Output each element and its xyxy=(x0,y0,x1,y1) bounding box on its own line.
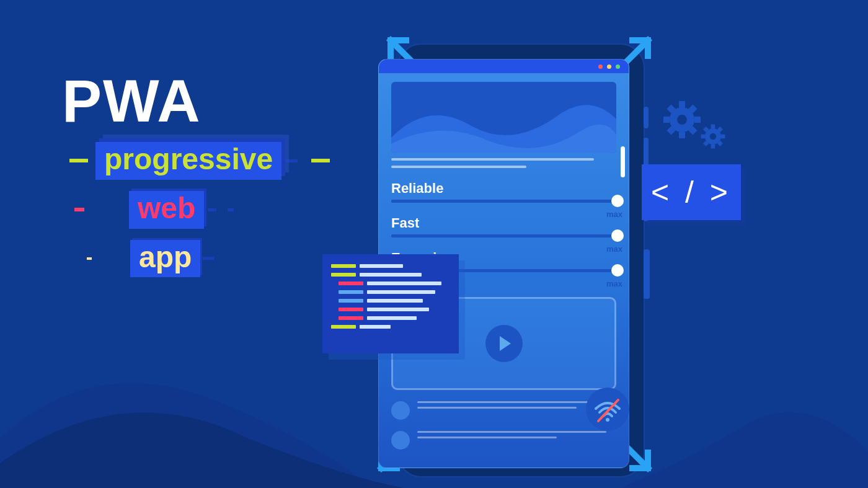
tag-row-app: app xyxy=(62,240,337,278)
dash-decor xyxy=(311,159,330,162)
list-avatar xyxy=(391,431,410,450)
svg-point-18 xyxy=(606,418,609,422)
gears-icon xyxy=(660,96,735,161)
dash-decor xyxy=(203,257,214,260)
wifi-offline-badge xyxy=(586,388,629,431)
headline-block: PWA progressive web app xyxy=(62,71,337,277)
svg-line-14 xyxy=(704,128,707,131)
play-icon xyxy=(500,336,511,351)
code-tag-badge: < / > xyxy=(642,164,741,220)
scrollbar-thumb[interactable] xyxy=(621,146,625,177)
phone-side-button xyxy=(644,249,650,299)
svg-line-15 xyxy=(719,142,722,145)
svg-line-6 xyxy=(691,128,695,133)
svg-line-7 xyxy=(669,128,673,133)
list-item xyxy=(391,431,616,450)
svg-line-16 xyxy=(704,142,707,145)
feature-label: Reliable xyxy=(391,180,616,197)
wifi-offline-icon xyxy=(592,394,623,425)
slider-handle[interactable] xyxy=(611,195,624,207)
hero-chart-card xyxy=(391,82,616,153)
dash-decor xyxy=(87,257,92,260)
dash-decor xyxy=(228,208,234,211)
window-min-dot xyxy=(607,64,611,69)
dash-decor xyxy=(285,159,298,162)
dash-decor xyxy=(74,208,84,211)
placeholder-line xyxy=(417,437,557,438)
svg-line-5 xyxy=(669,107,673,111)
feature-progress-bar xyxy=(391,234,616,237)
list-item xyxy=(391,401,616,420)
feature-progress-bar xyxy=(391,200,616,203)
svg-point-9 xyxy=(707,131,719,142)
code-snippet-panel xyxy=(322,254,459,353)
play-button[interactable] xyxy=(485,325,523,362)
placeholder-line xyxy=(391,166,526,168)
dash-decor xyxy=(208,208,216,211)
phone-side-button xyxy=(644,107,649,128)
feature-label: Fast xyxy=(391,215,616,231)
svg-line-17 xyxy=(719,128,722,131)
slider-handle[interactable] xyxy=(611,229,624,242)
dash-decor xyxy=(69,159,88,162)
svg-line-8 xyxy=(691,107,695,111)
tag-row-web: web xyxy=(62,191,337,229)
tag-row-progressive: progressive xyxy=(62,142,337,180)
svg-point-0 xyxy=(673,111,691,128)
window-close-dot xyxy=(598,64,603,69)
placeholder-line xyxy=(417,431,606,433)
window-max-dot xyxy=(616,64,620,69)
tag-web: web xyxy=(129,191,204,229)
placeholder-line xyxy=(391,158,594,161)
feature-max-label: max xyxy=(606,279,622,288)
slider-handle[interactable] xyxy=(611,264,624,277)
headline-title: PWA xyxy=(62,71,337,131)
placeholder-line xyxy=(417,401,606,403)
placeholder-line xyxy=(417,407,577,409)
list-avatar xyxy=(391,401,410,420)
window-titlebar xyxy=(379,60,629,73)
tag-app: app xyxy=(130,240,200,278)
feature-row-reliable: Reliable max xyxy=(391,180,616,203)
tag-progressive: progressive xyxy=(95,142,281,180)
feature-row-fast: Fast max xyxy=(391,215,616,237)
